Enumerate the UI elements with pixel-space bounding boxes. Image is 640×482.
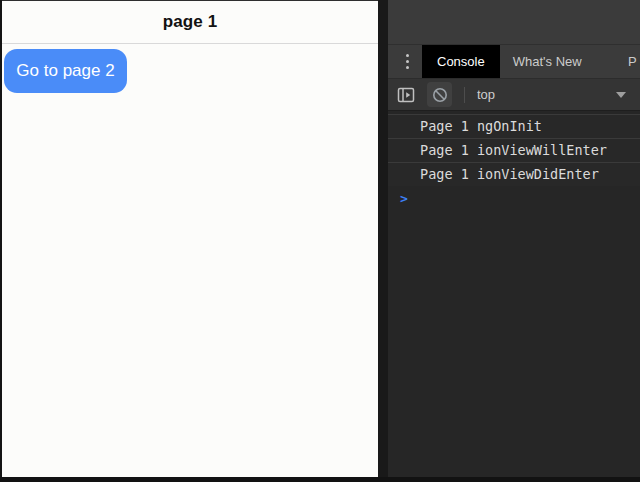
page-title: page 1 xyxy=(163,12,217,32)
app-header: page 1 xyxy=(2,1,378,44)
devtools-panel: Console What's New P top xyxy=(388,0,640,477)
frame-context-selector[interactable]: top xyxy=(477,87,495,102)
window-left-edge xyxy=(0,0,2,482)
app-preview-panel: page 1 Go to page 2 xyxy=(2,1,378,477)
tab-clipped[interactable]: P xyxy=(628,45,640,78)
clear-console-icon[interactable] xyxy=(427,82,452,107)
tab-console[interactable]: Console xyxy=(422,45,500,78)
devtools-top-area xyxy=(388,0,640,44)
console-sidebar-icon[interactable] xyxy=(396,85,416,105)
devtools-tabbar: Console What's New P xyxy=(388,44,640,79)
tab-whats-new[interactable]: What's New xyxy=(500,45,595,78)
screen: page 1 Go to page 2 Console What's New P xyxy=(0,0,640,482)
kebab-menu-icon[interactable] xyxy=(403,54,411,69)
console-log-area: Page 1 ngOnInit Page 1 ionViewWillEnter … xyxy=(388,111,640,210)
devtools-resize-handle[interactable] xyxy=(378,0,388,477)
console-message: Page 1 ionViewDidEnter xyxy=(388,162,640,186)
dropdown-caret-icon[interactable] xyxy=(616,92,626,98)
toolbar-separator xyxy=(464,87,465,103)
window-bottom-edge xyxy=(0,477,640,482)
prompt-chevron-icon: > xyxy=(400,191,408,206)
go-to-page-2-button[interactable]: Go to page 2 xyxy=(4,49,127,93)
console-message: Page 1 ngOnInit xyxy=(388,114,640,138)
console-input-prompt[interactable]: > xyxy=(388,186,640,210)
console-message: Page 1 ionViewWillEnter xyxy=(388,138,640,162)
console-toolbar: top xyxy=(388,79,640,111)
